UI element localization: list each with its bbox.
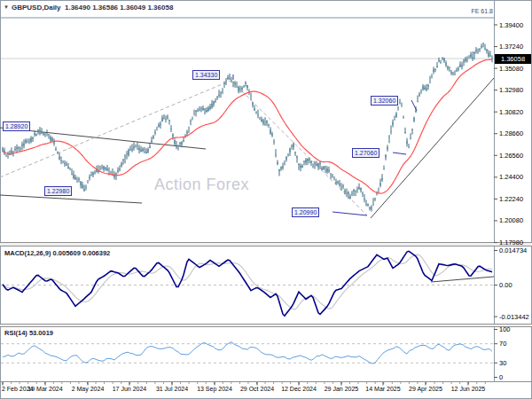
trendline-solid bbox=[0, 195, 142, 203]
price-axis-label: 1.37240 bbox=[499, 43, 523, 51]
date-axis-label: 17 Jun 2024 bbox=[108, 386, 151, 392]
date-axis-label: 31 Jul 2024 bbox=[151, 386, 193, 392]
price-axis-label: 1.17980 bbox=[499, 239, 523, 246]
macd-axis-label: 0.014734 bbox=[499, 246, 527, 254]
annotation-connector bbox=[411, 100, 417, 111]
macd-axis-label: 0.00 bbox=[499, 281, 512, 289]
moving-average-line bbox=[3, 59, 492, 193]
price-axis-label: 1.22240 bbox=[499, 195, 523, 203]
macd-axis-label: -0.013442 bbox=[499, 313, 529, 321]
price-annotation[interactable]: 1.27060 bbox=[352, 148, 379, 158]
price-annotation[interactable]: 1.34330 bbox=[192, 70, 220, 80]
price-axis-label: 1.26560 bbox=[499, 152, 523, 160]
price-annotation[interactable]: 1.22980 bbox=[44, 186, 72, 196]
macd-indicator-label: MACD(12,26,9) 0.005609 0.006392 bbox=[4, 249, 110, 257]
rsi-axis-label: 100 bbox=[499, 325, 511, 333]
rsi-axis-label: 70 bbox=[499, 340, 506, 348]
date-axis-label: 19 Mar 2024 bbox=[24, 386, 66, 392]
price-axis-label: 1.24400 bbox=[499, 173, 523, 181]
macd-line bbox=[3, 251, 492, 316]
chart-header: ▼GBPUSD,Daily 1.36490 1.36586 1.36049 1.… bbox=[4, 4, 173, 12]
annotation-connector bbox=[393, 153, 406, 154]
date-axis-label: 12 Dec 2024 bbox=[278, 386, 320, 392]
price-axis-label: 1.20080 bbox=[499, 216, 523, 224]
ohlc-values: 1.36490 1.36586 1.36049 1.36058 bbox=[65, 4, 173, 12]
price-annotation[interactable]: 1.20990 bbox=[292, 207, 319, 217]
price-axis-label: 1.35080 bbox=[499, 65, 523, 73]
date-axis-label: 29 Apr 2025 bbox=[404, 386, 447, 392]
symbol-dropdown-icon[interactable]: ▼ bbox=[4, 4, 9, 10]
macd-trendline bbox=[431, 277, 494, 282]
rsi-line bbox=[3, 342, 492, 364]
current-price-tag: 1.36058 bbox=[495, 54, 531, 64]
chart-canvas[interactable] bbox=[0, 0, 532, 399]
price-axis-label: 1.30820 bbox=[499, 108, 523, 116]
price-axis-label: 1.28660 bbox=[499, 129, 523, 137]
price-axis-label: 1.39400 bbox=[499, 21, 523, 29]
chart-window: ▼GBPUSD,Daily 1.36490 1.36586 1.36049 1.… bbox=[0, 0, 532, 399]
price-annotation[interactable]: 1.28920 bbox=[3, 121, 30, 131]
date-axis-label: 29 Jan 2025 bbox=[320, 386, 363, 392]
annotation-connector bbox=[332, 212, 367, 215]
date-axis-label: 29 Oct 2024 bbox=[236, 386, 278, 392]
rsi-axis-label: 30 bbox=[499, 359, 506, 367]
fib-extension-label: FE 61.8 bbox=[408, 8, 493, 14]
date-axis-label: 12 Jun 2025 bbox=[447, 386, 489, 392]
rsi-axis-label: 0 bbox=[499, 373, 503, 381]
date-axis-label: 13 Sep 2024 bbox=[193, 386, 236, 392]
symbol-label: GBPUSD,Daily bbox=[12, 4, 61, 12]
price-annotation[interactable]: 1.32060 bbox=[371, 96, 398, 106]
date-axis-label: 2 May 2024 bbox=[66, 386, 109, 392]
rsi-indicator-label: RSI(14) 53.0019 bbox=[4, 329, 53, 337]
watermark: Action Forex bbox=[154, 176, 249, 194]
price-axis-label: 1.32980 bbox=[499, 86, 523, 94]
date-axis-label: 14 Mar 2025 bbox=[362, 386, 404, 392]
